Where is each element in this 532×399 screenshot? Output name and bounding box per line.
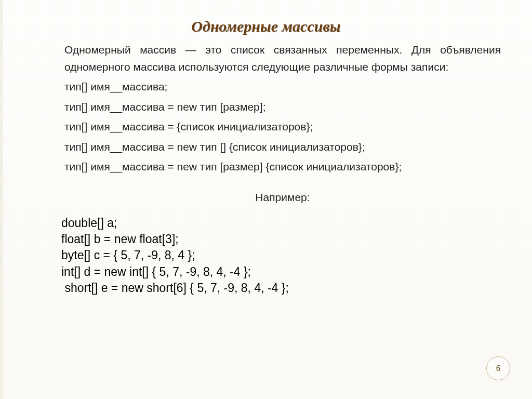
example-label: Например:: [64, 189, 501, 206]
page-number: 6: [496, 363, 501, 374]
intro-paragraph: Одномерный массив — это список связанных…: [64, 42, 501, 75]
syntax-line: тип[] имя__массива = new тип [размер];: [64, 99, 501, 116]
code-line: int[] d = new int[] { 5, 7, -9, 8, 4, -4…: [61, 264, 501, 280]
code-line: double[] a;: [61, 215, 501, 231]
slide: Одномерные массивы Одномерный массив — э…: [0, 0, 532, 399]
page-number-badge: 6: [486, 356, 510, 380]
syntax-line: тип[] имя__массива = {список инициализат…: [64, 118, 501, 136]
syntax-line: тип[] имя__массива = new тип [] {список …: [64, 139, 501, 156]
slide-body: Одномерный массив — это список связанных…: [64, 42, 501, 296]
slide-title: Одномерные массивы: [0, 18, 532, 35]
code-line: short[] e = new short[6] { 5, 7, -9, 8, …: [61, 280, 501, 296]
left-edge-decoration: [0, 0, 3, 399]
code-line: float[] b = new float[3];: [61, 231, 501, 247]
code-example: double[] a; float[] b = new float[3]; by…: [61, 215, 501, 296]
syntax-line: тип[] имя__массива = new тип [размер] {с…: [64, 158, 501, 176]
code-line: byte[] c = { 5, 7, -9, 8, 4 };: [61, 247, 501, 263]
syntax-line: тип[] имя__массива;: [64, 78, 501, 96]
